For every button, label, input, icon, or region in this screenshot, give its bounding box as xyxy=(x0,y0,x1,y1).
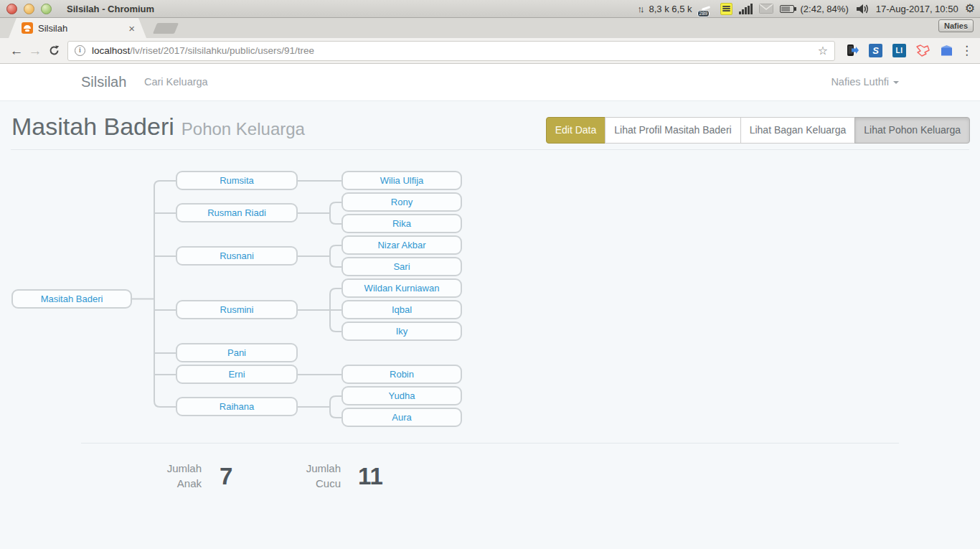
send-to-phone-icon[interactable] xyxy=(845,44,859,57)
tree-node[interactable]: Raihana xyxy=(176,397,298,416)
site-navbar: Silsilah Cari Keluarga Nafies Luthfi xyxy=(0,64,980,101)
stat-cucu-label: Jumlah Cucu xyxy=(248,461,341,491)
desktop-top-bar: Silsilah - Chromium ↑↓ 8,3 k 6,5 k 289 (… xyxy=(0,0,980,18)
window-close-button[interactable] xyxy=(6,4,17,14)
bookmark-star-icon[interactable]: ☆ xyxy=(818,44,828,57)
url-path: /lv/riset/2017/silsilahku/public/users/9… xyxy=(130,45,314,56)
page-title: Masitah BaderiPohon Keluarga xyxy=(11,113,305,141)
user-dropdown[interactable]: Nafies Luthfi xyxy=(831,64,899,100)
url-text: localhost/lv/riset/2017/silsilahku/publi… xyxy=(92,45,818,56)
navbar-brand[interactable]: Silsilah xyxy=(81,64,126,100)
user-dropdown-label: Nafies Luthfi xyxy=(831,76,889,88)
mail-icon[interactable] xyxy=(759,4,773,14)
battery-icon[interactable] xyxy=(780,5,794,13)
tree-node[interactable]: Rika xyxy=(341,214,462,233)
tree-node[interactable]: Erni xyxy=(176,365,298,384)
tree-node[interactable]: Iky xyxy=(341,322,462,341)
tree-node[interactable]: Rony xyxy=(341,192,462,212)
system-tray: ↑↓ 8,3 k 6,5 k 289 (2:42, 84%) 17-Aug-20… xyxy=(638,1,975,17)
xampp-favicon-icon xyxy=(22,22,33,34)
list-indicator-icon[interactable] xyxy=(720,3,732,15)
new-tab-button[interactable] xyxy=(153,23,179,34)
tab-close-icon[interactable]: × xyxy=(128,23,135,34)
network-arrows-icon[interactable]: ↑↓ xyxy=(638,4,643,14)
clock-label: 17-Aug-2017, 10:50 xyxy=(876,4,958,14)
window-title: Silsilah - Chromium xyxy=(67,4,154,14)
action-button-group: Edit Data Lihat Profil Masitah Baderi Li… xyxy=(546,117,970,144)
box-extension-icon[interactable] xyxy=(940,44,953,57)
tab-title: Silsilah xyxy=(38,23,128,34)
extension-icons: S LI xyxy=(845,44,953,57)
tree-node[interactable]: Masitah Baderi xyxy=(11,289,132,309)
url-bar[interactable]: i localhost/lv/riset/2017/silsilahku/pub… xyxy=(67,41,835,61)
window-maximize-button[interactable] xyxy=(41,4,52,14)
stat-cucu-value: 11 xyxy=(358,463,383,490)
tree-node[interactable]: Yudha xyxy=(341,386,462,405)
chevron-down-icon xyxy=(893,81,899,84)
tab-strip: Silsilah × xyxy=(0,18,980,38)
tree-node[interactable]: Rumsita xyxy=(176,171,298,190)
tree-node[interactable]: Aura xyxy=(341,408,462,427)
reload-icon[interactable] xyxy=(44,44,63,57)
header-divider xyxy=(11,149,969,150)
stat-cucu-line1: Jumlah xyxy=(248,461,341,476)
lihat-bagan-button[interactable]: Lihat Bagan Keluarga xyxy=(740,117,856,144)
laravel-extension-icon[interactable] xyxy=(916,44,930,57)
browser-toolbar: ← → i localhost/lv/riset/2017/silsilahku… xyxy=(0,38,980,64)
tree-node[interactable]: Sari xyxy=(341,257,462,276)
stat-anak-line2: Anak xyxy=(108,476,202,491)
info-icon[interactable]: i xyxy=(75,45,85,56)
browser-menu-icon[interactable]: ⋮ xyxy=(961,43,973,58)
forward-icon: → xyxy=(26,44,44,57)
signal-bars-icon[interactable] xyxy=(739,4,753,14)
volume-icon[interactable] xyxy=(855,3,870,15)
page-title-name: Masitah Baderi xyxy=(11,113,174,140)
tab-silsilah[interactable]: Silsilah × xyxy=(9,18,146,38)
tree-node[interactable]: Rusnani xyxy=(176,246,298,266)
gear-icon[interactable]: ⚙ xyxy=(965,3,975,14)
stat-anak-value: 7 xyxy=(220,463,232,490)
lihat-pohon-button[interactable]: Lihat Pohon Keluarga xyxy=(854,117,970,144)
footer-divider xyxy=(81,443,899,444)
window-controls xyxy=(6,4,52,14)
li-extension-icon[interactable]: LI xyxy=(892,44,906,57)
stat-anak-line1: Jumlah xyxy=(108,461,202,476)
network-speed-label: 8,3 k 6,5 k xyxy=(649,4,692,14)
back-icon[interactable]: ← xyxy=(7,44,26,57)
window-minimize-button[interactable] xyxy=(24,4,34,14)
speedometer-indicator-icon[interactable]: 289 xyxy=(699,1,714,17)
battery-status-label: (2:42, 84%) xyxy=(801,4,849,14)
tree-node[interactable]: Pani xyxy=(176,343,298,362)
stat-cucu-line2: Cucu xyxy=(248,476,341,491)
edit-data-button[interactable]: Edit Data xyxy=(546,117,606,144)
tree-node[interactable]: Robin xyxy=(341,365,462,384)
tree-node[interactable]: Wildan Kurniawan xyxy=(341,278,462,298)
tree-node[interactable]: Nizar Akbar xyxy=(341,235,462,255)
stat-anak-label: Jumlah Anak xyxy=(108,461,202,491)
desktop-overlay-chip: Nafies xyxy=(938,19,974,32)
tree-node[interactable]: Rusman Riadi xyxy=(176,203,298,222)
tree-node[interactable]: Iqbal xyxy=(341,300,462,319)
page-title-subtitle: Pohon Keluarga xyxy=(182,119,305,139)
s-extension-icon[interactable]: S xyxy=(869,44,882,57)
url-host: localhost xyxy=(92,45,130,56)
lihat-profil-button[interactable]: Lihat Profil Masitah Baderi xyxy=(605,117,740,144)
nav-link-cari-keluarga[interactable]: Cari Keluarga xyxy=(144,64,208,100)
tree-node[interactable]: Wilia Ulfija xyxy=(341,171,462,190)
webpage: Silsilah Cari Keluarga Nafies Luthfi Mas… xyxy=(0,64,980,549)
speedometer-badge: 289 xyxy=(697,10,710,17)
tree-node[interactable]: Rusmini xyxy=(176,300,298,319)
